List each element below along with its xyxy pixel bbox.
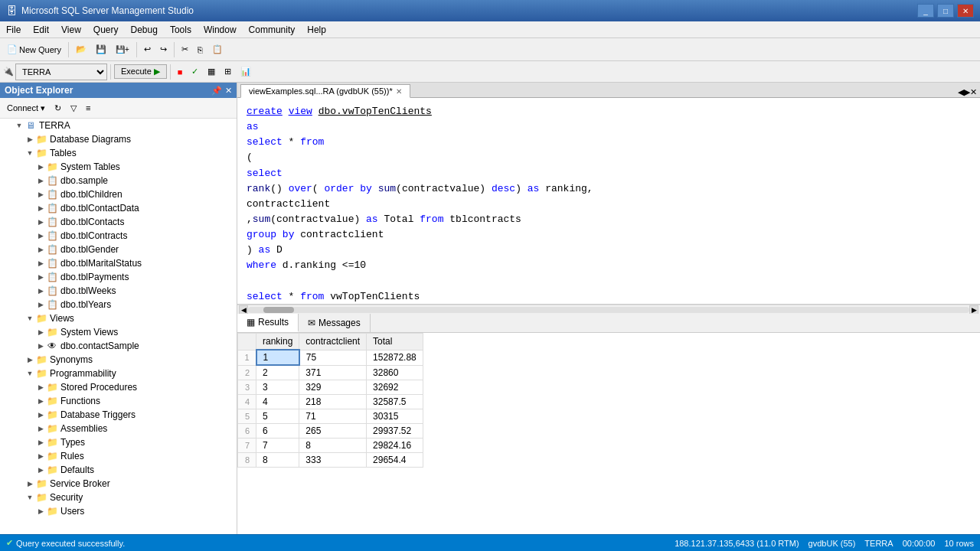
tree-security[interactable]: ▼ 📁 Security xyxy=(0,491,237,504)
expand-icon: ▶ xyxy=(35,341,46,351)
folder-icon: 📁 xyxy=(46,436,58,448)
include-actual-plan-button[interactable]: ⊞ xyxy=(220,64,235,80)
oe-connect-button[interactable]: Connect ▾ xyxy=(3,99,49,116)
toolbar-separator-5 xyxy=(170,64,171,80)
tree-tables[interactable]: ▼ 📁 Tables xyxy=(0,146,237,160)
oe-close-button[interactable]: ✕ xyxy=(225,86,232,96)
hscroll-thumb[interactable] xyxy=(263,307,294,313)
cell-ranking: 8 xyxy=(256,453,299,468)
tree-database-triggers[interactable]: ▶ 📁 Database Triggers xyxy=(0,408,237,422)
sql-editor[interactable]: create view dbo.vwTopTenClients as selec… xyxy=(237,98,980,305)
tree-service-broker[interactable]: ▶ 📁 Service Broker xyxy=(0,477,237,491)
menu-file[interactable]: File xyxy=(0,23,27,37)
tree-views[interactable]: ▼ 📁 Views xyxy=(0,311,237,325)
tree-dbo-tblcontactdata[interactable]: ▶ 📋 dbo.tblContactData xyxy=(0,201,237,215)
cell-contractclient: 333 xyxy=(299,453,367,468)
oe-refresh-button[interactable]: ↻ xyxy=(51,99,65,116)
minimize-button[interactable]: _ xyxy=(917,4,934,18)
paste-button[interactable]: 📋 xyxy=(208,41,227,58)
undo-icon: ↩ xyxy=(144,44,151,54)
tab-scroll-right-button[interactable]: ▶ xyxy=(964,87,970,97)
tree-assemblies[interactable]: ▶ 📁 Assemblies xyxy=(0,422,237,435)
expand-icon: ▼ xyxy=(24,492,35,503)
menu-view[interactable]: View xyxy=(55,23,87,37)
code-span: group by contractclient xyxy=(247,227,384,243)
tree-dbo-tblweeks[interactable]: ▶ 📋 dbo.tblWeeks xyxy=(0,284,237,298)
titlebar: 🗄 Microsoft SQL Server Management Studio… xyxy=(0,0,980,21)
oe-filter-button[interactable]: ▽ xyxy=(67,99,80,116)
stop-query-button[interactable]: ■ xyxy=(174,64,187,80)
expand-icon: ▶ xyxy=(24,134,35,145)
expand-icon: ▶ xyxy=(35,217,46,227)
table-icon: 📋 xyxy=(46,243,58,256)
results-to-grid-button[interactable]: ▦ xyxy=(204,64,219,80)
save-button[interactable]: 💾 xyxy=(92,41,110,58)
redo-button[interactable]: ↪ xyxy=(156,41,171,58)
copy-button[interactable]: ⎘ xyxy=(194,41,207,58)
editor-content: create view dbo.vwTopTenClients as selec… xyxy=(240,101,977,305)
hscroll-left-button[interactable]: ◀ xyxy=(239,305,248,315)
cell-total: 32692 xyxy=(367,380,423,395)
tree-dbo-tblpayments[interactable]: ▶ 📋 dbo.tblPayments xyxy=(0,270,237,284)
oe-summary-button[interactable]: ≡ xyxy=(82,99,94,116)
menu-query[interactable]: Query xyxy=(87,23,125,37)
tree-programmability[interactable]: ▼ 📁 Programmability xyxy=(0,367,237,380)
check-query-button[interactable]: ✓ xyxy=(188,64,202,80)
tree-dbo-contactsample[interactable]: ▶ 👁 dbo.contactSample xyxy=(0,339,237,353)
oe-pin-button[interactable]: 📌 xyxy=(211,86,222,96)
tree-dbo-tblcontracts[interactable]: ▶ 📋 dbo.tblContracts xyxy=(0,229,237,243)
menu-debug[interactable]: Debug xyxy=(125,23,164,37)
cell-row-num: 8 xyxy=(238,453,256,468)
undo-button[interactable]: ↩ xyxy=(140,41,155,58)
menu-edit[interactable]: Edit xyxy=(27,23,55,37)
code-span: rank() over( order by sum(contractvalue)… xyxy=(247,181,593,197)
tab-scroll-left-button[interactable]: ◀ xyxy=(958,87,964,97)
execute-button[interactable]: Execute ▶ xyxy=(114,64,167,79)
maximize-button[interactable]: □ xyxy=(937,4,954,18)
tree-system-views[interactable]: ▶ 📁 System Views xyxy=(0,325,237,339)
database-selector[interactable]: TERRA xyxy=(15,64,107,80)
include-client-stats-button[interactable]: 📊 xyxy=(237,64,255,80)
tree-dbo-sample[interactable]: ▶ 📋 dbo.sample xyxy=(0,174,237,187)
tab-view-examples[interactable]: viewExamples.sql...RA (gvdbUK (55))* ✕ xyxy=(240,84,410,98)
tree-database-diagrams[interactable]: ▶ 📁 Database Diagrams xyxy=(0,132,237,146)
folder-icon: 📁 xyxy=(35,312,47,324)
tree-dbo-tblcontacts[interactable]: ▶ 📋 dbo.tblContacts xyxy=(0,215,237,229)
tree-dbo-tblchildren[interactable]: ▶ 📋 dbo.tblChildren xyxy=(0,187,237,201)
tab-list-button[interactable]: ✕ xyxy=(970,87,977,97)
tree-label-terra: TERRA xyxy=(39,120,70,131)
object-explorer-tree: ▼ 🖥 TERRA ▶ 📁 Database Diagrams ▼ 📁 Tabl… xyxy=(0,119,237,534)
cut-button[interactable]: ✂ xyxy=(178,41,192,58)
tab-close-icon[interactable]: ✕ xyxy=(396,87,402,96)
tree-dbo-tblmaritalstatus[interactable]: ▶ 📋 dbo.tblMaritalStatus xyxy=(0,256,237,270)
tree-server-terra[interactable]: ▼ 🖥 TERRA xyxy=(0,119,237,132)
tree-rules[interactable]: ▶ 📁 Rules xyxy=(0,449,237,463)
results-tab-messages[interactable]: ✉ Messages xyxy=(299,314,371,332)
menu-window[interactable]: Window xyxy=(198,23,243,37)
close-button[interactable]: ✕ xyxy=(957,4,974,18)
editor-line-7: contractclient xyxy=(247,197,974,212)
tree-synonyms[interactable]: ▶ 📁 Synonyms xyxy=(0,353,237,367)
editor-hscroll[interactable]: ◀ ▶ xyxy=(237,305,980,314)
menu-tools[interactable]: Tools xyxy=(164,23,198,37)
tree-stored-procedures[interactable]: ▶ 📁 Stored Procedures xyxy=(0,380,237,394)
tree-users[interactable]: ▶ 📁 Users xyxy=(0,504,237,518)
expand-icon: ▼ xyxy=(24,313,35,324)
tree-defaults[interactable]: ▶ 📁 Defaults xyxy=(0,463,237,477)
tree-types[interactable]: ▶ 📁 Types xyxy=(0,435,237,449)
hscroll-right-button[interactable]: ▶ xyxy=(969,305,978,315)
tree-system-tables[interactable]: ▶ 📁 System Tables xyxy=(0,160,237,174)
open-file-button[interactable]: 📂 xyxy=(72,41,90,58)
tree-dbo-tblyears[interactable]: ▶ 📋 dbo.tblYears xyxy=(0,298,237,311)
open-icon: 📂 xyxy=(76,44,87,54)
save-all-button[interactable]: 💾+ xyxy=(112,41,133,58)
menu-community[interactable]: Community xyxy=(243,23,302,37)
tree-dbo-tblgender[interactable]: ▶ 📋 dbo.tblGender xyxy=(0,243,237,256)
results-tab-results[interactable]: ▦ Results xyxy=(237,314,299,332)
results-tab-icon: ▦ xyxy=(247,317,255,328)
expand-icon: ▶ xyxy=(35,189,46,200)
cell-contractclient: 329 xyxy=(299,380,367,395)
new-query-button[interactable]: 📄 New Query xyxy=(3,41,65,58)
menu-help[interactable]: Help xyxy=(301,23,332,37)
tree-functions[interactable]: ▶ 📁 Functions xyxy=(0,394,237,408)
